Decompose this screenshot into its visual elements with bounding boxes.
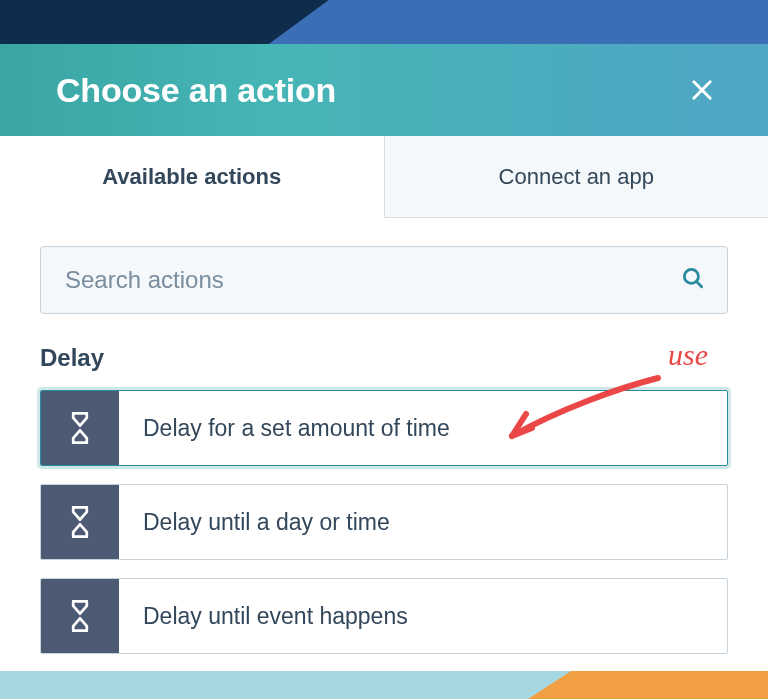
tab-bar: Available actions Connect an app: [0, 136, 768, 218]
action-label: Delay until event happens: [119, 579, 408, 653]
section-title-delay: Delay: [40, 344, 728, 372]
brand-banner: [0, 0, 768, 44]
tab-label: Connect an app: [499, 164, 654, 190]
panel-title: Choose an action: [56, 71, 336, 110]
search-icon: [680, 265, 706, 295]
tab-available-actions[interactable]: Available actions: [0, 136, 384, 218]
hourglass-icon: [41, 485, 119, 559]
tab-connect-app[interactable]: Connect an app: [384, 136, 769, 217]
hourglass-icon: [41, 391, 119, 465]
panel-body: Delay Delay for a set amount of time Del…: [0, 218, 768, 654]
action-delay-until-day[interactable]: Delay until a day or time: [40, 484, 728, 560]
action-list: Delay for a set amount of time Delay unt…: [40, 390, 728, 654]
search-input[interactable]: [40, 246, 728, 314]
close-icon: [688, 76, 716, 104]
panel-content: Available actions Connect an app Delay D…: [0, 136, 768, 699]
hourglass-icon: [41, 579, 119, 653]
panel-header: Choose an action: [0, 44, 768, 136]
brand-footer-stripe: [0, 671, 768, 699]
close-button[interactable]: [680, 68, 724, 112]
search-wrap: [40, 246, 728, 314]
tab-label: Available actions: [102, 164, 281, 190]
action-label: Delay for a set amount of time: [119, 391, 450, 465]
action-delay-set-amount[interactable]: Delay for a set amount of time: [40, 390, 728, 466]
action-label: Delay until a day or time: [119, 485, 390, 559]
svg-line-3: [696, 281, 701, 286]
action-delay-until-event[interactable]: Delay until event happens: [40, 578, 728, 654]
